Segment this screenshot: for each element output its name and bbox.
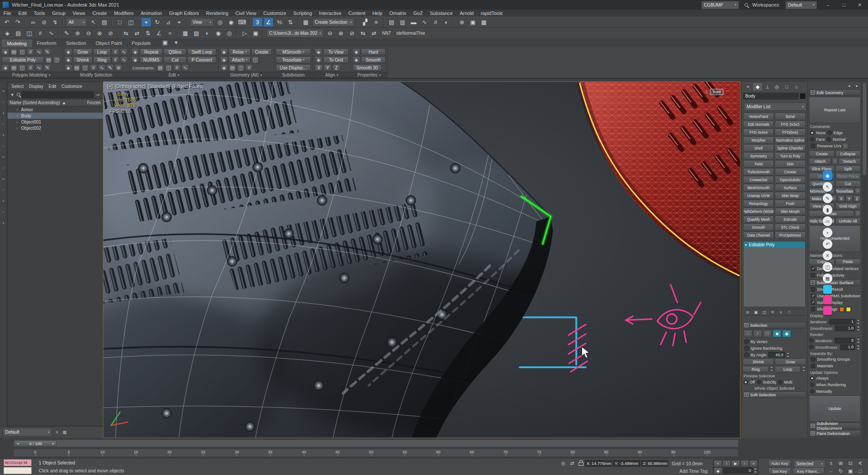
tab-object-paint[interactable]: Object Paint bbox=[91, 40, 127, 47]
default-set-dropdown[interactable]: Default▾ bbox=[3, 428, 52, 436]
ribbon-button-attach[interactable]: Attach▾ bbox=[229, 56, 251, 63]
modifier-button-surface[interactable]: Surface bbox=[775, 184, 806, 191]
constrain-face-icon[interactable]: # bbox=[173, 64, 181, 71]
modifier-button-retopology[interactable]: Retopology bbox=[743, 200, 774, 207]
display-tab-icon[interactable]: □ bbox=[782, 83, 791, 90]
stack-item-editable-poly[interactable]: ▸ Editable Poly bbox=[744, 241, 805, 248]
search-icon[interactable] bbox=[744, 3, 748, 7]
capture-tool-icon[interactable]: ◫ bbox=[823, 262, 832, 272]
radio-normal[interactable]: Normal bbox=[826, 136, 846, 142]
menu-goz[interactable]: GoZ bbox=[410, 10, 426, 17]
checkbox-icon[interactable] bbox=[811, 294, 815, 298]
object-name-field[interactable]: Body bbox=[743, 93, 799, 99]
value-field[interactable]: 1.0 bbox=[840, 344, 855, 350]
annotation-color-swatch[interactable] bbox=[823, 285, 832, 294]
percent-snap-icon[interactable]: % bbox=[274, 18, 284, 27]
symmetry-tools-icon[interactable]: ✎ bbox=[44, 64, 51, 71]
time-slider[interactable]: ◄ 0 / 100 ► bbox=[13, 439, 739, 447]
detach-icon[interactable]: ◫ bbox=[252, 56, 259, 63]
checkbox-icon[interactable] bbox=[744, 340, 749, 344]
custom-tool-icon[interactable]: ⊕ bbox=[73, 29, 83, 38]
layout-tab-icon[interactable]: ▫ bbox=[1, 122, 6, 127]
menu-group[interactable]: Group bbox=[48, 10, 69, 17]
create-tab-icon[interactable]: + bbox=[744, 83, 752, 90]
spinner-icon[interactable]: ▲▼ bbox=[802, 366, 806, 372]
key-filters-button[interactable]: Key Filters... bbox=[793, 468, 824, 475]
modifier-button-symmetry[interactable]: Symmetry bbox=[743, 152, 774, 160]
radio-icon[interactable] bbox=[744, 380, 748, 384]
tab-selection[interactable]: Selection bbox=[61, 40, 91, 47]
eye-tool-icon[interactable]: ◉ bbox=[823, 171, 832, 180]
checkbox-materials[interactable]: Materials bbox=[809, 363, 861, 369]
fill-selection-icon[interactable]: ◫ bbox=[81, 64, 89, 71]
maxscript-mini-listener[interactable]: MAXScript Mi bbox=[4, 459, 32, 466]
button-update[interactable]: Update bbox=[809, 395, 861, 422]
layout-tab-icon[interactable]: ▪ bbox=[1, 89, 6, 94]
motion-tab-icon[interactable]: ◎ bbox=[773, 83, 781, 90]
settings-icon[interactable]: □ bbox=[842, 143, 848, 150]
button-hide-unselected[interactable]: Hide Unselected bbox=[809, 225, 861, 252]
ribbon-config-icon[interactable]: ▣ bbox=[160, 38, 170, 47]
viewport-shading-menu[interactable]: [Edged Faces] bbox=[172, 84, 204, 89]
x-coordinate-field[interactable]: X: 14.776mm bbox=[585, 460, 612, 467]
checkbox-use-nurms-subdivision[interactable]: Use NURMS Subdivision bbox=[809, 293, 861, 299]
modifier-button-turn-to-poly[interactable]: Turn to Poly bbox=[775, 152, 806, 160]
ribbon-button-x[interactable]: X bbox=[315, 64, 323, 71]
expand-collapse-icon[interactable]: + bbox=[811, 431, 815, 435]
menu-help[interactable]: Help bbox=[369, 10, 386, 17]
ribbon-button-smooth[interactable]: Smooth bbox=[361, 56, 386, 63]
checkbox-by-angle-[interactable]: By Angle: bbox=[743, 352, 767, 358]
custom-tool-icon[interactable]: ◐ bbox=[202, 29, 212, 38]
attach-big-icon[interactable]: ◈ bbox=[220, 56, 228, 63]
ribbon-group-label[interactable]: Subdivision bbox=[274, 72, 313, 78]
angle-value-field[interactable]: 45.0 bbox=[768, 352, 785, 358]
checkbox-icon[interactable] bbox=[744, 353, 749, 357]
collapse-stack-icon[interactable]: # bbox=[27, 64, 34, 71]
zoom-extents-icon[interactable]: ⊡ bbox=[846, 460, 855, 467]
annotation-color-swatch[interactable] bbox=[823, 306, 832, 315]
checkbox-isoline-display[interactable]: Isoline Display bbox=[809, 300, 861, 306]
custom-tool-icon[interactable]: ⇄ bbox=[132, 29, 142, 38]
value-field[interactable]: 1 bbox=[829, 319, 855, 325]
rollout-paint-deformation[interactable]: +Paint Deformation bbox=[809, 430, 861, 437]
custom-tool-icon[interactable]: # bbox=[35, 29, 45, 38]
custom-tool-icon[interactable]: ∿ bbox=[46, 29, 56, 38]
layout-tab-icon[interactable]: ▫ bbox=[1, 210, 6, 215]
show-end-result-icon[interactable]: ▤ bbox=[10, 64, 18, 71]
filter-icon[interactable]: ▼ bbox=[9, 92, 15, 97]
smooth-hard-icon[interactable]: ◈ bbox=[353, 48, 360, 55]
custom-tool-icon[interactable]: ◫ bbox=[24, 29, 34, 38]
object-color-swatch[interactable] bbox=[800, 93, 806, 99]
ribbon-button-z[interactable]: Z bbox=[332, 64, 340, 71]
hierarchy-tab-icon[interactable]: ⊥ bbox=[763, 83, 772, 90]
modifier-button-crease[interactable]: Crease bbox=[775, 168, 806, 175]
panel-prev-icon[interactable]: ◂ bbox=[846, 83, 853, 88]
checkbox-show-cage[interactable]: Show Cage bbox=[809, 307, 861, 312]
loop-shrink-icon[interactable]: ∿ bbox=[120, 48, 128, 55]
modifier-button-extrude[interactable]: Extrude bbox=[775, 216, 806, 223]
button-detach[interactable]: Detach bbox=[839, 158, 861, 164]
window-crossing-icon[interactable]: ◫ bbox=[126, 18, 136, 27]
custom-tool-icon[interactable]: ◈ bbox=[2, 29, 12, 38]
radio-icon[interactable] bbox=[809, 338, 813, 343]
selection-lock-icon[interactable] bbox=[579, 462, 584, 466]
modifier-button-prooptimizer[interactable]: ProOptimizer bbox=[775, 231, 806, 239]
element-sub-icon[interactable]: ∿ bbox=[35, 48, 43, 55]
checkbox-icon[interactable] bbox=[811, 267, 815, 271]
radio-manually[interactable]: Manually bbox=[809, 389, 861, 395]
schematic-view-icon[interactable]: # bbox=[430, 18, 441, 27]
settings-icon[interactable]: □ bbox=[855, 188, 861, 194]
marker-tool-icon[interactable]: ▮ bbox=[823, 205, 832, 215]
spinner-snap-icon[interactable]: ⇅ bbox=[285, 18, 295, 27]
home-icon[interactable]: ⌂ bbox=[705, 90, 708, 95]
current-frame-field[interactable]: 0 bbox=[723, 468, 753, 473]
checkbox-icon[interactable] bbox=[811, 273, 815, 278]
tab-modeling[interactable]: Modeling bbox=[2, 40, 32, 47]
list-item[interactable]: ·○Object002· bbox=[7, 125, 103, 131]
border-sub-icon[interactable]: ◫ bbox=[18, 48, 26, 55]
modifier-button-opensubdiv[interactable]: OpenSubdiv bbox=[775, 176, 806, 183]
edit-named-selection-sets-icon[interactable]: ▦ bbox=[301, 18, 311, 27]
settings-icon[interactable]: □ bbox=[855, 210, 861, 217]
modifier-button-ffd-box-[interactable]: FFD(box) bbox=[775, 128, 806, 136]
generate-topology-icon[interactable]: ∿ bbox=[35, 64, 43, 71]
